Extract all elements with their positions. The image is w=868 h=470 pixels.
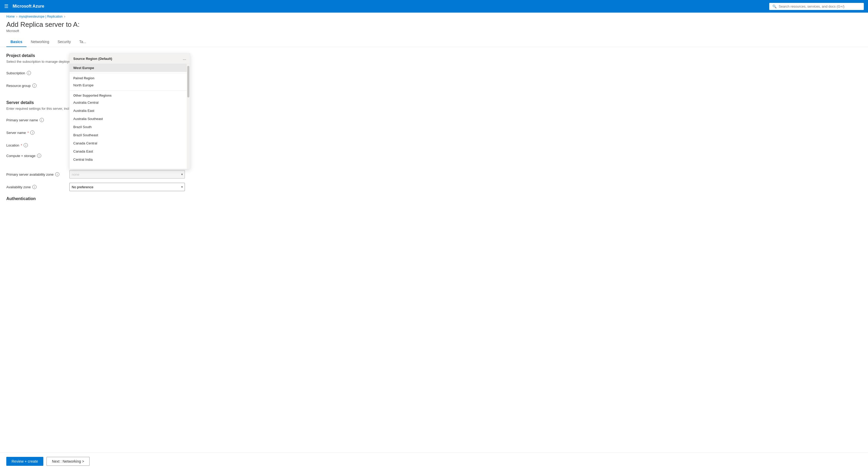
primary-server-name-label: Primary server name i bbox=[6, 118, 69, 122]
location-label: Location * i bbox=[6, 143, 69, 147]
authentication-label: Authentication bbox=[6, 196, 36, 201]
dropdown-header: Source Region (Default) ... bbox=[70, 54, 190, 64]
primary-az-select[interactable]: none bbox=[69, 170, 185, 179]
main-content: Project details Select the subscription … bbox=[0, 47, 868, 214]
availability-zone-select[interactable]: No preference bbox=[69, 183, 185, 191]
dropdown-group-other: Other Supported Regions bbox=[70, 92, 187, 98]
breadcrumb-home[interactable]: Home bbox=[6, 15, 15, 19]
dropdown-item-west-europe[interactable]: West Europe bbox=[70, 64, 187, 72]
azure-logo: Microsoft Azure bbox=[12, 4, 765, 9]
server-name-label: Server name * i bbox=[6, 130, 69, 135]
primary-az-label: Primary server availability zone i bbox=[6, 172, 69, 177]
content-area: Project details Select the subscription … bbox=[6, 53, 862, 204]
location-info-icon[interactable]: i bbox=[24, 143, 28, 147]
resource-group-label: Resource group i bbox=[6, 84, 69, 88]
breadcrumb-sep-1: › bbox=[16, 15, 17, 19]
dropdown-item-brazil-south[interactable]: Brazil South bbox=[70, 123, 187, 131]
compute-storage-label: Compute + storage i bbox=[6, 154, 69, 158]
breadcrumb-replication[interactable]: mysqlrwesteurope | Replication bbox=[19, 15, 63, 19]
dropdown-item-brazil-southeast[interactable]: Brazil Southeast bbox=[70, 131, 187, 139]
server-name-required: * bbox=[27, 131, 29, 135]
tab-security[interactable]: Security bbox=[53, 37, 75, 47]
authentication-row: Authentication bbox=[6, 195, 862, 204]
dropdown-divider-2 bbox=[70, 90, 187, 91]
dropdown-list: West Europe Paired Region North Europe O… bbox=[70, 64, 187, 169]
availability-zone-label: Availability zone i bbox=[6, 185, 69, 189]
search-input[interactable] bbox=[779, 4, 861, 8]
dropdown-item-canada-central[interactable]: Canada Central bbox=[70, 139, 187, 147]
breadcrumb: Home › mysqlrwesteurope | Replication › bbox=[0, 12, 868, 21]
page-title-section: Add Replica server to A: Microsoft bbox=[0, 21, 868, 37]
subscription-label: Subscription i bbox=[6, 71, 69, 75]
compute-info-icon[interactable]: i bbox=[37, 154, 41, 158]
primary-az-info-icon[interactable]: i bbox=[55, 172, 59, 177]
availability-zone-row: Availability zone i No preference ▾ bbox=[6, 183, 862, 191]
server-name-info-icon[interactable]: i bbox=[30, 130, 34, 135]
resource-group-info-icon[interactable]: i bbox=[32, 84, 36, 88]
availability-zone-select-wrapper: No preference ▾ bbox=[69, 183, 185, 191]
primary-az-select-wrapper: none ▾ bbox=[69, 170, 185, 179]
dropdown-group-paired: Paired Region bbox=[70, 74, 187, 81]
menu-icon[interactable]: ☰ bbox=[4, 3, 8, 9]
availability-zone-info-icon[interactable]: i bbox=[32, 185, 36, 189]
search-box[interactable]: 🔍 bbox=[769, 3, 864, 10]
page-subtitle: Microsoft bbox=[6, 29, 862, 33]
tabs: Basics Networking Security Ta... bbox=[0, 37, 868, 47]
dropdown-scroll-area: West Europe Paired Region North Europe O… bbox=[70, 64, 190, 169]
dropdown-dots-icon[interactable]: ... bbox=[183, 56, 186, 61]
breadcrumb-sep-2: › bbox=[64, 15, 65, 19]
dropdown-scrollbar[interactable] bbox=[187, 64, 190, 169]
dropdown-item-australia-east[interactable]: Australia East bbox=[70, 106, 187, 115]
dropdown-scrollbar-thumb bbox=[187, 66, 189, 97]
dropdown-item-central-india[interactable]: Central India bbox=[70, 155, 187, 164]
primary-az-row: Primary server availability zone i none … bbox=[6, 170, 862, 179]
dropdown-item-australia-central[interactable]: Australia Central bbox=[70, 98, 187, 106]
dropdown-item-north-europe[interactable]: North Europe bbox=[70, 81, 187, 89]
region-dropdown: Source Region (Default) ... West Europe … bbox=[69, 53, 190, 169]
primary-az-control: none ▾ bbox=[69, 170, 185, 179]
page-title: Add Replica server to A: bbox=[6, 21, 862, 29]
dropdown-item-canada-east[interactable]: Canada East bbox=[70, 147, 187, 155]
dropdown-item-australia-southeast[interactable]: Australia Southeast bbox=[70, 115, 187, 123]
header: ☰ Microsoft Azure 🔍 bbox=[0, 0, 868, 12]
search-icon: 🔍 bbox=[772, 4, 777, 8]
tab-networking[interactable]: Networking bbox=[27, 37, 53, 47]
primary-server-info-icon[interactable]: i bbox=[40, 118, 44, 122]
tab-tags[interactable]: Ta... bbox=[75, 37, 90, 47]
location-required: * bbox=[21, 144, 22, 147]
availability-zone-control: No preference ▾ bbox=[69, 183, 185, 191]
subscription-info-icon[interactable]: i bbox=[27, 71, 31, 75]
tab-basics[interactable]: Basics bbox=[6, 37, 27, 47]
dropdown-header-title: Source Region (Default) bbox=[73, 57, 112, 61]
